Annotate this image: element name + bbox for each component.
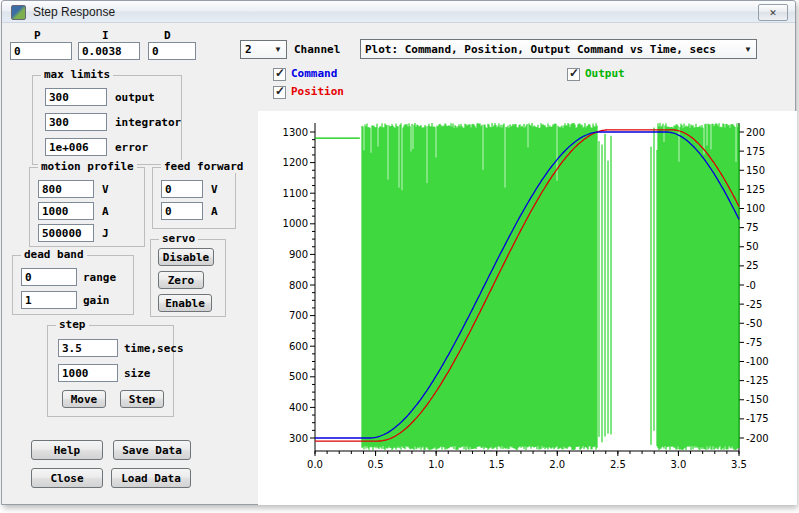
- acceleration-input[interactable]: [38, 202, 94, 220]
- svg-text:300: 300: [289, 433, 308, 444]
- plot-select[interactable]: Plot: Command, Position, Output Command …: [360, 39, 757, 59]
- step-time-input[interactable]: [58, 339, 118, 357]
- app-icon: [11, 5, 26, 20]
- velocity-input[interactable]: [38, 180, 94, 198]
- d-gain-input[interactable]: [148, 42, 196, 60]
- svg-text:700: 700: [289, 310, 308, 321]
- p-gain-input[interactable]: [10, 42, 72, 60]
- deadband-range-input[interactable]: [21, 268, 77, 286]
- integrator-limit-input[interactable]: [45, 113, 107, 131]
- svg-text:600: 600: [289, 341, 308, 352]
- plot-select-value: Plot: Command, Position, Output Command …: [365, 43, 741, 56]
- close-button[interactable]: Close: [31, 468, 103, 488]
- step-size-label: size: [124, 367, 151, 380]
- svg-text:1200: 1200: [283, 157, 308, 168]
- output-checkbox-label: Output: [585, 67, 625, 80]
- svg-text:800: 800: [289, 280, 308, 291]
- command-checkbox[interactable]: ✓: [273, 68, 286, 81]
- svg-text:-75: -75: [746, 337, 762, 348]
- svg-text:1300: 1300: [283, 127, 308, 138]
- close-icon: ✕: [769, 8, 777, 18]
- motion-profile-group-title: motion profile: [38, 160, 137, 173]
- step-response-chart: 3004005006007008009001000110012001300200…: [262, 111, 797, 507]
- window-title: Step Response: [33, 5, 115, 19]
- step-button[interactable]: Step: [120, 390, 164, 408]
- svg-text:-50: -50: [746, 318, 762, 329]
- svg-text:-0: -0: [746, 280, 756, 291]
- output-checkbox[interactable]: ✓: [567, 68, 580, 81]
- max-limits-group-title: max limits: [41, 68, 113, 81]
- i-label: I: [102, 29, 109, 42]
- jerk-input[interactable]: [38, 224, 94, 242]
- svg-text:125: 125: [746, 184, 765, 195]
- ff-acceleration-input[interactable]: [161, 202, 203, 220]
- motion-profile-group: motion profile V A J: [29, 167, 145, 247]
- max-limits-group: max limits output integrator error: [32, 75, 182, 165]
- svg-text:2.5: 2.5: [610, 459, 626, 470]
- ff-velocity-label: V: [211, 183, 218, 196]
- channel-select[interactable]: 2 ▼: [240, 40, 287, 59]
- svg-text:0.5: 0.5: [368, 459, 384, 470]
- dead-band-group: dead band range gain: [12, 255, 134, 315]
- svg-text:400: 400: [289, 402, 308, 413]
- deadband-range-label: range: [83, 271, 116, 284]
- integrator-limit-label: integrator: [115, 116, 181, 129]
- svg-text:1.0: 1.0: [428, 459, 444, 470]
- chevron-down-icon: ▼: [744, 45, 752, 54]
- svg-text:1100: 1100: [283, 188, 308, 199]
- enable-button[interactable]: Enable: [158, 294, 212, 312]
- i-gain-input[interactable]: [78, 42, 140, 60]
- svg-text:900: 900: [289, 249, 308, 260]
- svg-text:-150: -150: [746, 394, 769, 405]
- svg-text:75: 75: [746, 222, 759, 233]
- command-checkbox-label: Command: [291, 67, 337, 80]
- output-limit-input[interactable]: [45, 88, 107, 106]
- feed-forward-group: feed forward V A: [152, 167, 236, 229]
- svg-text:25: 25: [746, 260, 759, 271]
- move-button[interactable]: Move: [62, 390, 106, 408]
- p-label: P: [34, 29, 41, 42]
- ff-velocity-input[interactable]: [161, 180, 203, 198]
- step-response-window: Step Response ✕ P I D 2 ▼ Channel Plot: …: [1, 0, 796, 505]
- svg-text:-100: -100: [746, 356, 769, 367]
- step-group-title: step: [56, 318, 89, 331]
- check-icon: ✓: [275, 84, 285, 98]
- svg-text:175: 175: [746, 146, 765, 157]
- svg-text:2.0: 2.0: [549, 459, 565, 470]
- svg-text:500: 500: [289, 371, 308, 382]
- help-button[interactable]: Help: [31, 440, 103, 460]
- chart-panel: 3004005006007008009001000110012001300200…: [258, 111, 797, 505]
- step-size-input[interactable]: [58, 364, 118, 382]
- svg-text:1000: 1000: [283, 218, 308, 229]
- channel-label: Channel: [294, 43, 340, 56]
- jerk-label: J: [102, 227, 109, 240]
- deadband-gain-input[interactable]: [21, 291, 77, 309]
- position-checkbox-label: Position: [291, 85, 344, 98]
- servo-group: servo Disable Zero Enable: [150, 239, 226, 317]
- svg-text:0.0: 0.0: [307, 459, 323, 470]
- svg-text:-200: -200: [746, 433, 769, 444]
- check-icon: ✓: [569, 66, 579, 80]
- error-limit-input[interactable]: [45, 138, 107, 156]
- zero-button[interactable]: Zero: [158, 271, 204, 289]
- channel-value: 2: [245, 43, 271, 56]
- disable-button[interactable]: Disable: [158, 248, 214, 266]
- output-limit-label: output: [115, 91, 155, 104]
- svg-text:3.5: 3.5: [731, 459, 747, 470]
- load-data-button[interactable]: Load Data: [111, 468, 191, 488]
- deadband-gain-label: gain: [83, 294, 110, 307]
- save-data-button[interactable]: Save Data: [113, 440, 191, 460]
- svg-text:150: 150: [746, 165, 765, 176]
- step-group: step time,secs size Move Step: [47, 325, 174, 417]
- svg-text:100: 100: [746, 203, 765, 214]
- position-checkbox[interactable]: ✓: [273, 86, 286, 99]
- svg-text:-125: -125: [746, 375, 769, 386]
- svg-text:1.5: 1.5: [489, 459, 505, 470]
- dead-band-group-title: dead band: [21, 248, 87, 261]
- svg-text:3.0: 3.0: [670, 459, 686, 470]
- acceleration-label: A: [102, 205, 109, 218]
- titlebar-close-button[interactable]: ✕: [758, 4, 788, 21]
- svg-text:200: 200: [746, 127, 765, 138]
- d-label: D: [164, 29, 171, 42]
- svg-text:-175: -175: [746, 413, 769, 424]
